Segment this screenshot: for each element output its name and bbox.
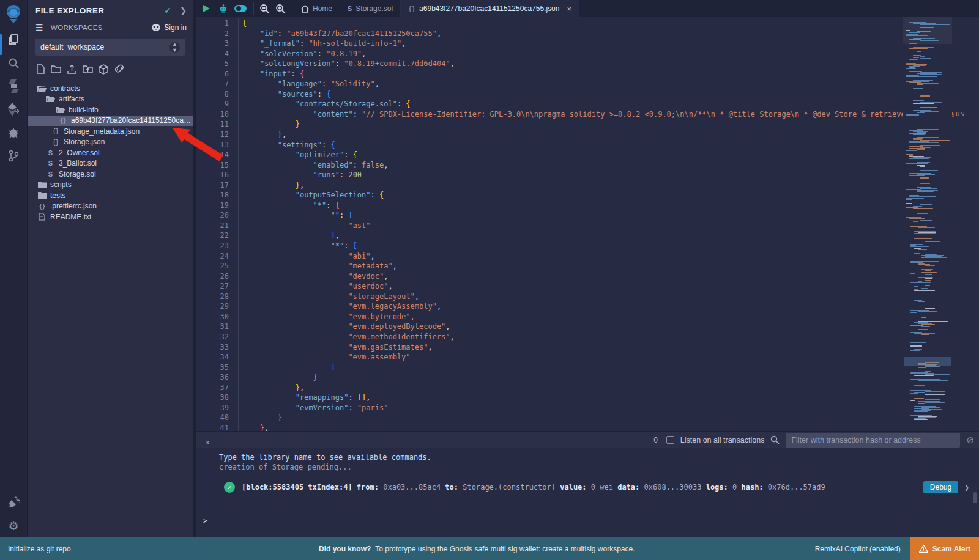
listen-all-checkbox[interactable] [666,436,674,444]
code-editor[interactable]: 1{2 "id": "a69b43f277ba20fcac141151250ca… [196,17,979,431]
lightbulb-icon [309,545,315,553]
tab-home[interactable]: Home [294,0,340,17]
code-line: 38 "remappings": [], [196,392,979,403]
tree-item-artifacts[interactable]: artifacts [28,94,193,105]
tree-item-label: Storage_metadata.json [64,127,140,136]
line-number: 22 [196,230,239,241]
search-icon[interactable] [0,51,28,75]
json-file-icon: {} [408,6,415,12]
workspace-select-stepper-icon: ▲▼ [169,42,180,53]
terminal-line: creation of Storage pending... [219,462,431,472]
workspace-select[interactable]: default_workspace ▲▼ [35,39,185,56]
code-line: 6 "input": { [196,69,979,79]
tree-item-contracts[interactable]: contracts [28,83,193,94]
code-line: 12 }, [196,130,979,140]
tree-item-3-ballot-sol[interactable]: S3_Ballot.sol [28,158,193,169]
deploy-run-icon[interactable] [0,98,28,121]
scam-alert-badge[interactable]: Scam Alert [910,537,979,560]
panel-title: FILE EXPLORER [35,6,164,15]
tree-item-2-owner-sol[interactable]: S2_Owner.sol [28,147,193,158]
code-line: 14 "optimizer": { [196,150,979,160]
tx-summary: [block:5583405 txIndex:4] from: 0xa03...… [242,483,915,492]
tree-item-a69b43f277ba20fcac141151250ca7-[interactable]: {}a69b43f277ba20fcac141151250ca7... [28,116,193,127]
line-number: 10 [196,109,239,120]
code-line: 22 ], [196,230,979,241]
terminal-line: Type the library name to see available c… [219,452,431,462]
terminal-collapse-icon[interactable]: « [203,435,212,445]
json-icon: {} [51,128,60,134]
line-number: 8 [196,89,239,100]
new-file-icon[interactable] [36,64,45,77]
line-number: 20 [196,210,239,221]
transaction-count: 0 [653,436,658,444]
tree-item-scripts[interactable]: scripts [28,180,193,191]
tree-item-build-info[interactable]: build-info [28,105,193,116]
tree-item-label: Storage.json [64,138,105,146]
zoom-out-icon[interactable] [256,0,272,17]
tree-item-storage-json[interactable]: {}Storage.json [28,137,193,148]
line-number: 24 [196,251,239,262]
workspace-menu-icon[interactable]: ☰ [35,23,45,32]
close-tab-icon[interactable]: × [567,4,571,13]
new-folder-icon[interactable] [51,64,61,77]
code-line: 40 } [196,413,979,423]
upload-folder-icon[interactable] [83,64,93,77]
copilot-status[interactable]: RemixAI Copilot (enabled) [815,545,901,553]
terminal-prompt[interactable]: > [203,517,207,525]
code-line: 35 ] [196,363,979,373]
solidity-file-icon: S [348,5,352,12]
line-number: 11 [196,119,239,130]
json-icon: {} [51,139,60,146]
solidity-compiler-icon[interactable] [0,75,28,98]
remix-ai-robot-icon[interactable] [215,4,231,13]
github-sign-in[interactable]: Sign in [151,23,187,32]
line-number: 3 [196,39,239,49]
panel-expand-icon[interactable]: ❯ [180,6,187,15]
line-number: 35 [196,363,239,373]
tree-item-tests[interactable]: tests [28,190,193,201]
git-icon[interactable] [0,144,28,168]
line-number: 9 [196,99,239,109]
file-explorer-icon[interactable] [0,28,28,51]
plugin-manager-icon[interactable] [0,491,28,514]
terminal-scrollbar[interactable] [973,492,977,503]
line-number: 25 [196,261,239,271]
line-number: 39 [196,403,239,413]
tab-build-info-json[interactable]: {} a69b43f277ba20fcac141151250ca755.json… [401,0,579,17]
upload-file-icon[interactable] [67,64,77,77]
ipfs-box-icon[interactable] [99,64,108,77]
code-line: 3 "_format": "hh-sol-build-info-1", [196,39,979,49]
tab-storage-sol[interactable]: S Storage.sol [340,0,401,17]
line-number: 33 [196,342,239,353]
settings-icon[interactable]: ⚙ [0,514,28,537]
tree-item-storage-metadata-json[interactable]: {}Storage_metadata.json [28,126,193,137]
line-number: 26 [196,271,239,282]
debugger-icon[interactable] [0,121,28,144]
folder-icon [37,182,47,188]
terminal[interactable]: Type the library name to see available c… [196,448,979,537]
transaction-log-row[interactable]: ✓ [block:5583405 txIndex:4] from: 0xa03.… [224,481,969,493]
tree-item--prettierrc-json[interactable]: {}.prettierrc.json [28,201,193,212]
folder-icon [37,192,47,199]
link-icon[interactable] [114,64,125,77]
sol-icon: S [46,160,55,167]
minimap[interactable] [903,17,952,431]
debug-button[interactable]: Debug [923,481,958,493]
clear-console-icon[interactable]: ⊘ [966,435,974,446]
tree-item-readme-txt[interactable]: README.txt [28,212,193,223]
run-script-button[interactable] [198,4,214,13]
code-line: 11 } [196,119,979,130]
folder-open-icon [46,95,55,103]
file-explorer-panel: FILE EXPLORER ✓ ❯ ☰ WORKSPACES Sign in d… [28,0,196,537]
line-number: 21 [196,221,239,231]
line-number: 12 [196,130,239,140]
line-number: 29 [196,301,239,312]
transaction-filter-input[interactable] [786,433,960,448]
tree-item-storage-sol[interactable]: SStorage.sol [28,169,193,180]
copilot-toggle[interactable] [233,4,248,13]
did-you-know-tip: Did you know? To prototype using the Gno… [309,545,635,553]
zoom-in-icon[interactable] [272,0,288,17]
tx-expand-chevron-icon[interactable]: ❯ [964,483,969,492]
code-line: 29 "evm.legacyAssembly", [196,301,979,312]
git-init-status[interactable]: Initialize as git repo [8,545,71,553]
